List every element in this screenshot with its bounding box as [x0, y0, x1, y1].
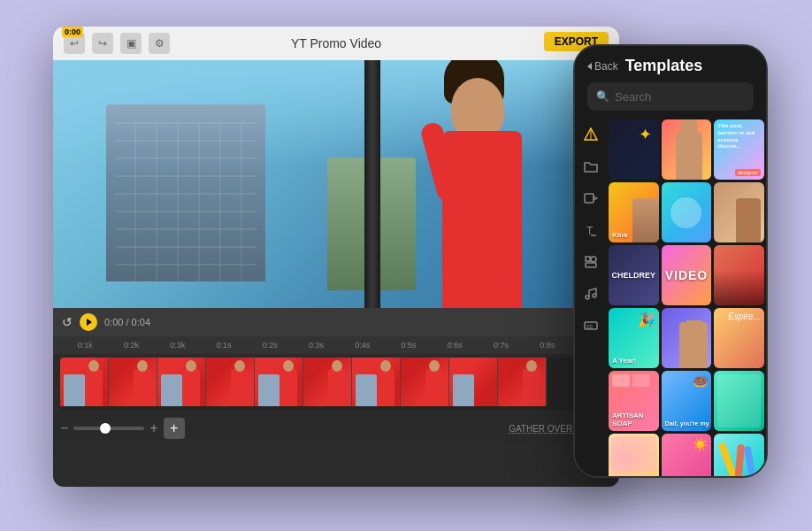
video-thumbnail	[498, 358, 547, 406]
template-text: Espire...	[728, 312, 761, 321]
person-decoration	[676, 131, 702, 180]
template-label: Kina	[612, 231, 627, 239]
video-controls: ↺ 0:00 / 0:04 + Music	[53, 308, 619, 336]
save-button[interactable]: ▣	[120, 33, 142, 54]
video-thumbnail	[401, 358, 449, 406]
template-item[interactable]	[662, 182, 712, 242]
add-track-button[interactable]: +	[164, 418, 185, 439]
editor-titlebar: ↩ ↪ ▣ ⚙ YT Promo Video EXPORT	[53, 27, 619, 60]
template-item[interactable]	[662, 308, 712, 368]
timeline-ruler: 0:00 0:1k 0:2k 0:3k 0:1s 0:2s 0:3s 0:4s …	[53, 336, 619, 354]
video-thumbnail	[449, 358, 498, 406]
template-label: VIDEO	[665, 268, 709, 282]
sidebar-icon-shapes[interactable]	[581, 252, 601, 272]
pencil-decoration	[714, 434, 764, 476]
circle-decoration	[670, 197, 701, 228]
bottom-controls: − + + GATHER OVERLAYS ⋯	[53, 414, 619, 442]
play-button[interactable]	[80, 313, 97, 331]
mobile-phone: Back Templates 🔍 Search	[573, 44, 768, 478]
loop-button[interactable]: ↺	[62, 315, 73, 329]
search-placeholder: Search	[615, 90, 651, 104]
template-item[interactable]: This post, barriers to and ensures discr…	[714, 119, 764, 180]
template-item[interactable]	[714, 245, 764, 305]
template-overlay	[662, 182, 712, 242]
person-silhouette	[736, 198, 761, 242]
back-button[interactable]: Back	[587, 60, 618, 73]
thumbnail-row	[60, 358, 547, 406]
template-item[interactable]: CHELDREY	[609, 245, 659, 305]
template-label: A Year!	[612, 357, 636, 365]
svg-marker-3	[594, 196, 597, 200]
svg-rect-6	[586, 257, 590, 261]
ruler-mark: 0:3s	[293, 341, 339, 350]
play-icon	[87, 319, 92, 326]
template-label: CHELDREY	[612, 271, 656, 280]
zoom-out-button[interactable]: −	[60, 420, 68, 436]
template-item[interactable]: Kina	[609, 182, 659, 242]
ruler-mark: 0:5s	[386, 341, 432, 350]
template-badge: designer	[735, 169, 761, 176]
sidebar-icon-prism[interactable]	[581, 125, 601, 144]
sparkle-decoration: ✦	[639, 125, 652, 144]
template-item[interactable]	[714, 371, 764, 431]
phone-header: Back Templates	[575, 46, 766, 82]
svg-text:CC: CC	[586, 324, 594, 329]
video-thumbnail	[157, 358, 206, 406]
search-icon: 🔍	[596, 90, 609, 103]
template-item[interactable]	[714, 182, 764, 242]
template-grid: ✦ This post, barriers to and ensures dis…	[607, 118, 766, 476]
template-item[interactable]	[662, 119, 712, 180]
woman-body	[442, 131, 522, 308]
sidebar-icon-captions[interactable]: CC	[581, 316, 601, 335]
template-label: Dad, you're my	[665, 419, 709, 427]
template-item[interactable]: A Year! 🎉	[609, 308, 659, 368]
svg-rect-8	[586, 263, 596, 267]
video-thumbnail	[60, 358, 109, 406]
video-thumbnail	[255, 358, 303, 406]
pole-shape	[364, 60, 380, 308]
template-item[interactable]: Espire...	[714, 308, 764, 368]
template-item[interactable]: Guess your day it. ☀️	[662, 434, 712, 476]
chevron-left-icon	[587, 63, 592, 70]
template-item[interactable]	[609, 434, 659, 476]
search-bar[interactable]: 🔍 Search	[587, 82, 754, 111]
soap-bars	[612, 374, 655, 387]
ruler-mark: 0:1s	[201, 341, 247, 350]
sidebar-icon-video[interactable]	[581, 189, 601, 208]
editor-window: ↩ ↪ ▣ ⚙ YT Promo Video EXPORT ↺ 0:00 / 0	[53, 27, 619, 487]
gradient-overlay	[714, 270, 764, 305]
svg-point-9	[586, 296, 589, 299]
template-inner	[717, 374, 761, 427]
settings-button[interactable]: ⚙	[149, 33, 170, 54]
flower-area	[611, 436, 656, 472]
phone-body: T	[575, 118, 766, 476]
video-thumbnail	[109, 358, 157, 406]
canvas-background	[53, 60, 619, 308]
zoom-slider-thumb	[100, 423, 111, 434]
template-item[interactable]: VIDEO	[662, 245, 712, 305]
template-item[interactable]: ARTISAN SOAP	[609, 371, 659, 431]
sun-decoration: ☀️	[693, 437, 708, 451]
video-thumbnail	[303, 358, 352, 406]
editor-title: YT Promo Video	[291, 36, 381, 50]
ruler-mark: 0:6s	[432, 341, 478, 350]
person-silhouette	[632, 198, 659, 242]
sidebar-icon-text[interactable]: T	[581, 220, 601, 240]
template-label: Guess your day it.	[665, 474, 712, 476]
phone-screen: Back Templates 🔍 Search	[575, 46, 766, 476]
template-item[interactable]: ✦	[609, 119, 659, 180]
template-item[interactable]: Dad, you're my 🍩	[662, 371, 712, 431]
ruler-mark: 0:7s	[478, 341, 524, 350]
zoom-in-button[interactable]: +	[149, 420, 157, 436]
template-item[interactable]	[714, 434, 764, 476]
template-text: This post, barriers to and ensures discr…	[717, 123, 761, 150]
woman-figure	[425, 78, 548, 308]
heart-decoration: 🍩	[693, 374, 708, 389]
video-thumbnail	[352, 358, 401, 406]
redo-button[interactable]: ↪	[92, 33, 113, 54]
timeline-track[interactable]	[60, 358, 612, 411]
sidebar-icon-music[interactable]	[581, 284, 601, 304]
zoom-slider[interactable]	[73, 427, 144, 430]
ruler-mark: 0:3k	[155, 341, 201, 350]
sidebar-icon-folder[interactable]	[581, 157, 601, 176]
